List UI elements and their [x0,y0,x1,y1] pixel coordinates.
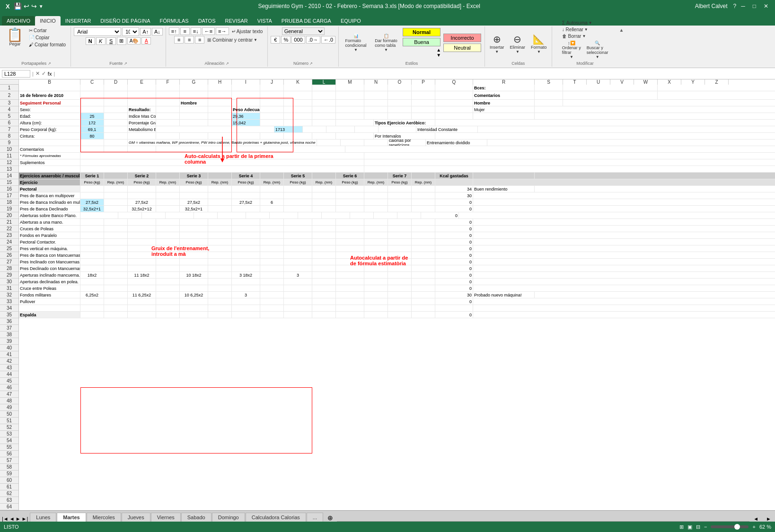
style-normal[interactable]: Normal [403,28,440,36]
cell-H21[interactable] [208,219,232,225]
cell-I23[interactable] [232,232,260,238]
cell-L1[interactable] [312,85,336,91]
autosuma-btn[interactable]: Σ Autosuma ▼ [560,20,594,26]
cell-O35[interactable] [388,312,412,318]
row-36[interactable]: 36 [0,318,18,325]
cell-D1[interactable] [104,85,128,91]
cell-N1[interactable] [364,85,388,91]
ribbon-collapse[interactable]: ▲ [618,26,625,67]
cell-K5[interactable] [284,113,312,119]
cell-Q32[interactable]: 30 [435,292,473,298]
cell-E28[interactable] [128,265,156,271]
cell-D24[interactable] [104,239,128,245]
sheet-tab-martes[interactable]: Martes [57,513,86,522]
row-31[interactable]: 31 [0,285,18,292]
cell-Q19[interactable]: 0 [435,206,473,212]
cell-C31[interactable] [80,285,104,291]
cell-N32[interactable] [364,292,388,298]
row-37[interactable]: 37 [0,325,18,331]
cell-F21[interactable] [156,219,180,225]
col-header-P[interactable]: P [412,79,435,85]
cell-I26[interactable] [232,252,260,258]
cell-R6[interactable]: Tipos Ejercicio Aeróbico: [374,120,435,126]
cell-O20[interactable] [374,212,397,218]
rellenar-btn[interactable]: ↓ Rellenar ▼ [560,26,590,33]
cell-G16[interactable] [180,186,208,192]
cell-E30[interactable] [128,279,156,285]
row-9[interactable]: 9 [0,140,18,146]
cell-P31[interactable] [412,285,435,291]
cell-M31[interactable] [336,285,364,291]
cell-E5[interactable]: Indice Mas Corporal (IMC) [128,113,156,119]
cell-R8[interactable]: Por Intervalos [374,133,435,139]
cell-I34[interactable] [232,305,260,311]
formato-condicional-btn[interactable]: 📊 Formatocondicional ▼ [342,33,370,53]
align-right-btn[interactable]: ≡ [195,36,204,44]
cell-F3[interactable] [156,100,180,106]
cell-I24[interactable] [232,239,260,245]
cell-N4[interactable] [364,106,388,113]
cell-K25[interactable] [284,245,312,252]
quick-undo[interactable]: ↩ [24,2,29,10]
cell-B5[interactable]: Edad: [19,113,80,119]
cell-N3[interactable] [364,100,388,106]
cell-E19[interactable]: 32,5x2+12 [128,206,156,212]
cell-J25[interactable] [260,245,284,252]
cell-L16[interactable] [312,186,336,192]
indent-more-btn[interactable]: ≡→ [216,27,229,35]
cell-B13[interactable] [19,166,80,172]
cell-C26[interactable] [80,252,104,258]
cell-D22[interactable] [104,226,128,232]
cell-rest10[interactable] [156,146,345,152]
cell-J6[interactable] [260,120,284,126]
row-17[interactable]: 17 [0,192,18,199]
col-header-R[interactable]: R [473,79,535,85]
cell-Q17[interactable]: 30 [435,192,473,199]
cell-M24[interactable] [336,239,364,245]
row-23[interactable]: 23 [0,232,18,239]
cell-F25[interactable] [156,245,180,252]
cell-C4[interactable] [80,106,104,113]
cell-F31[interactable] [156,285,180,291]
cell-F23[interactable] [156,232,180,238]
quick-save[interactable]: 💾 [14,2,22,10]
cancel-formula-btn[interactable]: ✕ [35,70,40,77]
cell-reference[interactable] [2,70,30,78]
cell-B17[interactable]: Pres de Banca en multipover [19,192,80,199]
cell-J30[interactable] [260,279,284,285]
cell-G26[interactable] [180,252,208,258]
cell-E26[interactable] [128,252,156,258]
cell-P30[interactable] [412,279,435,285]
cell-N17[interactable] [364,192,388,199]
row-43[interactable]: 43 [0,365,18,371]
row-60[interactable]: 60 [0,477,18,484]
cell-I22[interactable] [232,226,260,232]
cell-O23[interactable] [388,232,412,238]
cell-F29[interactable] [156,272,180,278]
cell-L30[interactable] [312,279,336,285]
cell-I7[interactable]: 1713 [274,126,303,132]
row-47[interactable]: 47 [0,391,18,398]
cell-J35[interactable] [260,312,284,318]
cell-O3[interactable] [388,100,412,106]
cell-B22[interactable]: Cruces de Poleas [19,226,80,232]
cell-H24[interactable] [208,239,232,245]
col-header-T[interactable]: T [563,79,587,85]
col-header-U[interactable]: U [587,79,610,85]
row-48[interactable]: 48 [0,398,18,404]
cell-N31[interactable] [364,285,388,291]
cell-B31[interactable]: Cruce entre Poleas [19,285,80,291]
cell-M25[interactable] [336,245,364,252]
cell-G6[interactable] [180,120,208,126]
nav-right-btn[interactable]: ► [762,516,775,522]
tab-inicio[interactable]: INICIO [35,16,61,26]
cell-G25[interactable] [180,245,208,252]
cell-D30[interactable] [104,279,128,285]
cell-Q4[interactable] [435,106,473,113]
row-53[interactable]: 53 [0,431,18,437]
cell-B6[interactable]: Altura (cm): [19,120,80,126]
cell-N18[interactable] [364,199,388,205]
cell-F20[interactable] [142,212,166,218]
cell-N29[interactable] [364,272,388,278]
row-54[interactable]: 54 [0,437,18,444]
